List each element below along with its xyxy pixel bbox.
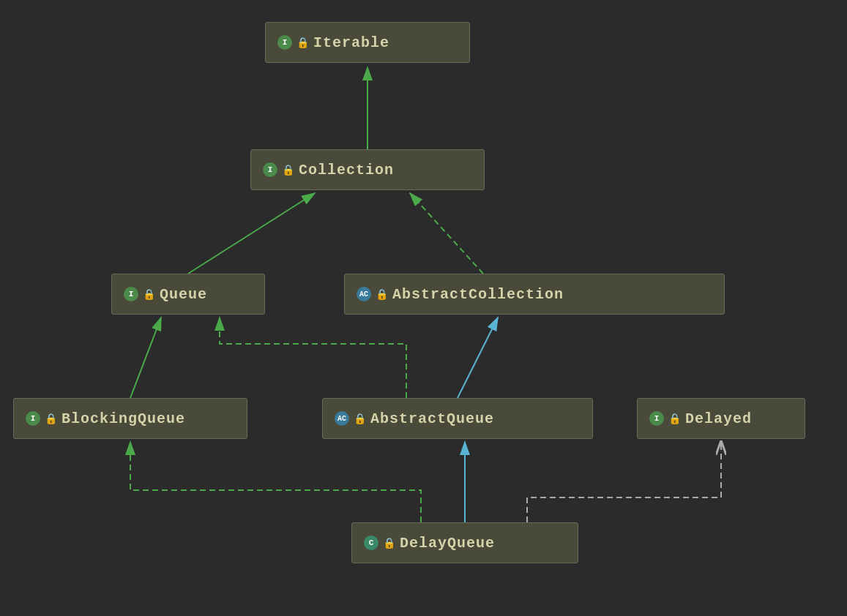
label-queue: Queue [160,286,207,303]
label-abstractqueue: AbstractQueue [370,410,494,427]
node-queue[interactable]: I 🔒 Queue [111,274,265,315]
node-collection[interactable]: I 🔒 Collection [250,149,485,190]
badge-delayqueue: C [364,536,378,550]
label-iterable: Iterable [313,34,389,51]
label-abstractcollection: AbstractCollection [392,286,564,303]
node-delayqueue[interactable]: C 🔒 DelayQueue [351,522,578,563]
node-abstractqueue[interactable]: AC 🔒 AbstractQueue [322,398,593,439]
lock-abstractqueue: 🔒 [354,413,366,425]
badge-abstractqueue: AC [335,411,349,426]
lock-delayqueue: 🔒 [383,537,395,549]
diagram-container: I 🔒 Iterable I 🔒 Collection I 🔒 Queue AC… [0,0,847,616]
lock-queue: 🔒 [143,288,155,301]
svg-line-7 [458,318,498,398]
lock-abstractcollection: 🔒 [376,288,388,301]
svg-line-4 [188,193,315,274]
badge-queue: I [124,287,138,301]
label-delayqueue: DelayQueue [400,535,495,552]
svg-line-5 [410,193,483,274]
label-delayed: Delayed [685,410,752,427]
node-abstractcollection[interactable]: AC 🔒 AbstractCollection [344,274,725,315]
badge-collection: I [263,162,277,177]
node-delayed[interactable]: I 🔒 Delayed [637,398,805,439]
lock-iterable: 🔒 [296,37,309,49]
lock-blockingqueue: 🔒 [45,413,57,425]
badge-delayed: I [649,411,664,426]
lock-collection: 🔒 [282,164,294,176]
badge-blockingqueue: I [26,411,40,426]
label-collection: Collection [299,162,394,179]
badge-iterable: I [277,35,292,50]
badge-abstractcollection: AC [357,287,371,301]
node-iterable[interactable]: I 🔒 Iterable [265,22,470,63]
svg-line-6 [130,318,161,398]
lock-delayed: 🔒 [668,413,681,425]
node-blockingqueue[interactable]: I 🔒 BlockingQueue [13,398,247,439]
label-blockingqueue: BlockingQueue [61,410,185,427]
